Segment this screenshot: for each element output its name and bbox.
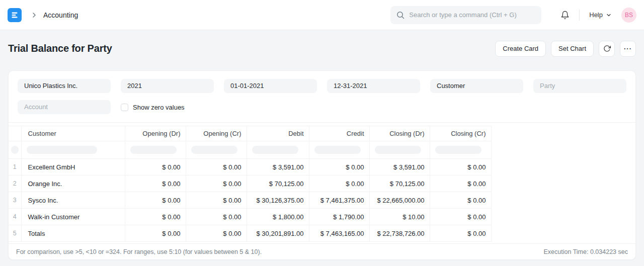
show-zero-values-toggle[interactable]: Show zero values	[121, 104, 185, 111]
erpnext-logo-glyph	[11, 11, 19, 19]
amount-cell[interactable]: $ 70,125.00	[247, 175, 309, 192]
chevron-right-icon	[30, 11, 38, 19]
show-zero-values-label: Show zero values	[133, 104, 185, 111]
customer-cell[interactable]: Totals	[21, 225, 125, 242]
amount-cell[interactable]: $ 30,126,375.00	[247, 192, 309, 209]
amount-cell[interactable]: $ 0.00	[186, 175, 247, 192]
amount-cell[interactable]: $ 0.00	[430, 209, 491, 225]
report-card: Unico Plastics Inc. 2021 01-01-2021 12-3…	[8, 70, 636, 260]
amount-cell[interactable]: $ 0.00	[186, 209, 247, 225]
from-date-filter[interactable]: 01-01-2021	[224, 79, 317, 93]
amount-cell[interactable]: $ 0.00	[430, 225, 491, 242]
customer-cell[interactable]: Orange Inc.	[21, 175, 125, 192]
report-footer: For comparison, use >5, <10 or =324. For…	[9, 243, 635, 259]
column-filter-input[interactable]	[314, 146, 361, 154]
notifications-button[interactable]	[560, 11, 570, 20]
amount-cell[interactable]: $ 0.00	[430, 159, 491, 175]
filter-hint-text: For comparison, use >5, <10 or =324. For…	[16, 248, 262, 255]
menu-button[interactable]: ···	[620, 41, 636, 57]
column-header-debit[interactable]: Debit	[247, 126, 309, 141]
amount-cell[interactable]: $ 3,591.00	[247, 159, 309, 175]
amount-cell[interactable]: $ 30,201,891.00	[247, 225, 309, 242]
table-filter-row	[9, 141, 491, 159]
navbar-divider	[579, 10, 580, 21]
column-header-credit[interactable]: Credit	[309, 126, 369, 141]
column-header-opening-dr[interactable]: Opening (Dr)	[125, 126, 186, 141]
chevron-down-icon	[606, 12, 612, 18]
amount-cell[interactable]: $ 0.00	[430, 175, 491, 192]
amount-cell[interactable]: $ 70,125.00	[369, 175, 430, 192]
help-label: Help	[589, 11, 603, 19]
amount-cell[interactable]: $ 0.00	[186, 159, 247, 175]
column-filter-cell	[9, 141, 21, 159]
row-number: 3	[9, 192, 21, 209]
column-header-customer[interactable]: Customer	[21, 126, 125, 141]
customer-cell[interactable]: Excellent GmbH	[21, 159, 125, 175]
amount-cell[interactable]: $ 22,665,000.00	[369, 192, 430, 209]
amount-cell[interactable]: $ 1,790.00	[309, 209, 369, 225]
amount-cell[interactable]: $ 0.00	[186, 192, 247, 209]
bell-icon	[560, 11, 570, 20]
user-avatar[interactable]: BS	[621, 8, 636, 23]
column-filter-cell	[309, 141, 369, 159]
table-header-row: CustomerOpening (Dr)Opening (Cr)DebitCre…	[9, 126, 491, 141]
account-filter[interactable]: Account	[18, 100, 111, 114]
amount-cell[interactable]: $ 0.00	[309, 159, 369, 175]
table-row: 3Sysco Inc.$ 0.00$ 0.00$ 30,126,375.00$ …	[9, 192, 491, 209]
column-header-closing-cr[interactable]: Closing (Cr)	[430, 126, 491, 141]
customer-cell[interactable]: Sysco Inc.	[21, 192, 125, 209]
amount-cell[interactable]: $ 0.00	[125, 209, 186, 225]
row-number-header	[9, 126, 21, 141]
company-filter[interactable]: Unico Plastics Inc.	[18, 79, 111, 93]
party-filter[interactable]: Party	[533, 79, 626, 93]
column-filter-input[interactable]	[191, 146, 237, 154]
amount-cell[interactable]: $ 7,461,375.00	[309, 192, 369, 209]
column-filter-input[interactable]	[435, 146, 481, 154]
amount-cell[interactable]: $ 22,738,726.00	[369, 225, 430, 242]
refresh-button[interactable]	[599, 41, 615, 57]
filter-row-2: Account Show zero values	[18, 100, 626, 114]
execution-time: Execution Time: 0.034223 sec	[544, 248, 628, 255]
create-card-button[interactable]: Create Card	[495, 41, 546, 57]
amount-cell[interactable]: $ 0.00	[186, 225, 247, 242]
amount-cell[interactable]: $ 0.00	[125, 175, 186, 192]
amount-cell[interactable]: $ 1,800.00	[247, 209, 309, 225]
column-filter-cell	[21, 141, 125, 159]
fiscal-year-filter[interactable]: 2021	[121, 79, 214, 93]
amount-cell[interactable]: $ 3,591.00	[369, 159, 430, 175]
global-search-input[interactable]: Search or type a command (Ctrl + G)	[390, 6, 541, 24]
column-filter-cell	[186, 141, 247, 159]
party-type-filter[interactable]: Customer	[430, 79, 523, 93]
filter-section: Unico Plastics Inc. 2021 01-01-2021 12-3…	[9, 71, 635, 123]
show-zero-values-checkbox[interactable]	[121, 104, 128, 111]
amount-cell[interactable]: $ 0.00	[309, 175, 369, 192]
column-filter-input[interactable]	[27, 146, 97, 154]
column-filter-input[interactable]	[252, 146, 298, 154]
search-placeholder: Search or type a command (Ctrl + G)	[409, 11, 517, 19]
column-filter-cell	[247, 141, 309, 159]
column-header-opening-cr[interactable]: Opening (Cr)	[186, 126, 247, 141]
column-filter-input[interactable]	[375, 146, 421, 154]
breadcrumb[interactable]: Accounting	[43, 11, 78, 19]
amount-cell[interactable]: $ 0.00	[125, 159, 186, 175]
report-table: CustomerOpening (Dr)Opening (Cr)DebitCre…	[9, 126, 492, 242]
erpnext-logo-icon[interactable]	[8, 8, 22, 22]
customer-cell[interactable]: Walk-in Customer	[21, 209, 125, 225]
amount-cell[interactable]: $ 0.00	[430, 192, 491, 209]
column-filter-input[interactable]	[11, 146, 19, 154]
help-menu[interactable]: Help	[589, 11, 612, 19]
amount-cell[interactable]: $ 0.00	[125, 192, 186, 209]
avatar-initials: BS	[625, 12, 633, 19]
amount-cell[interactable]: $ 10.00	[369, 209, 430, 225]
to-date-filter[interactable]: 12-31-2021	[327, 79, 420, 93]
column-filter-input[interactable]	[130, 146, 177, 154]
column-header-closing-dr[interactable]: Closing (Dr)	[369, 126, 430, 141]
amount-cell[interactable]: $ 7,463,165.00	[309, 225, 369, 242]
row-number: 1	[9, 159, 21, 175]
page-title: Trial Balance for Party	[8, 43, 112, 54]
table-row: 2Orange Inc.$ 0.00$ 0.00$ 70,125.00$ 0.0…	[9, 175, 491, 192]
set-chart-button[interactable]: Set Chart	[551, 41, 594, 57]
report-table-container: CustomerOpening (Dr)Opening (Cr)DebitCre…	[9, 126, 635, 242]
amount-cell[interactable]: $ 0.00	[125, 225, 186, 242]
row-number: 2	[9, 175, 21, 192]
